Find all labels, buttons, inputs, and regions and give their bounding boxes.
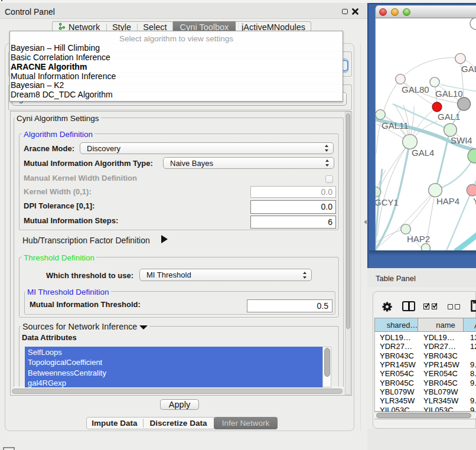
svg-text:GAL10: GAL10 [435, 89, 463, 99]
svg-text:GAL4: GAL4 [412, 148, 434, 158]
svg-text:SWI4: SWI4 [451, 135, 472, 145]
svg-text:HAP2: HAP2 [407, 234, 430, 244]
svg-text:GAL80: GAL80 [402, 84, 429, 94]
svg-text:Y: Y [473, 196, 476, 206]
svg-text:GAL7: GAL7 [461, 64, 476, 74]
svg-text:GAL11: GAL11 [382, 120, 409, 131]
svg-text:GCY1: GCY1 [376, 197, 399, 207]
svg-text:GAL1: GAL1 [438, 112, 460, 122]
svg-text:HAP4: HAP4 [436, 196, 459, 206]
